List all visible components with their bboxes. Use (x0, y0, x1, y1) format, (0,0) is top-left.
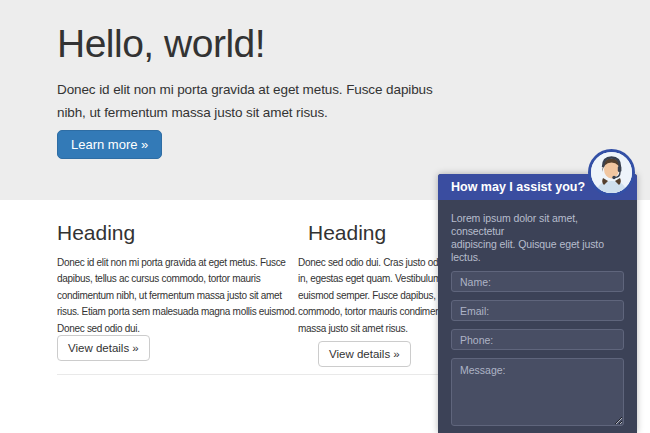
view-details-button-2[interactable]: View details » (318, 341, 411, 367)
page: Hello, world! Donec id elit non mi porta… (0, 0, 650, 433)
chat-intro-text: Lorem ipsum dolor sit amet, consectetur … (451, 212, 624, 264)
name-field[interactable] (451, 271, 624, 292)
column-2-heading: Heading (308, 221, 386, 245)
phone-field[interactable] (451, 329, 624, 350)
view-details-button-1[interactable]: View details » (57, 335, 150, 361)
column-1-heading: Heading (57, 221, 135, 245)
jumbotron: Hello, world! Donec id elit non mi porta… (0, 0, 650, 200)
learn-more-button[interactable]: Learn more » (57, 130, 162, 159)
support-agent-icon (588, 149, 635, 196)
message-field[interactable] (451, 358, 624, 426)
page-title: Hello, world! (57, 22, 265, 66)
column-1-text: Donec id elit non mi porta gravida at eg… (57, 255, 297, 337)
chat-widget-header[interactable]: How may I assist you? (438, 174, 637, 200)
chat-widget-body: Lorem ipsum dolor sit amet, consectetur … (438, 200, 637, 433)
email-field[interactable] (451, 300, 624, 321)
chat-widget-title: How may I assist you? (451, 180, 585, 194)
hero-subtitle: Donec id elit non mi porta gravida at eg… (57, 78, 433, 124)
chat-widget: How may I assist you? Lorem ipsum dolor … (438, 174, 637, 433)
